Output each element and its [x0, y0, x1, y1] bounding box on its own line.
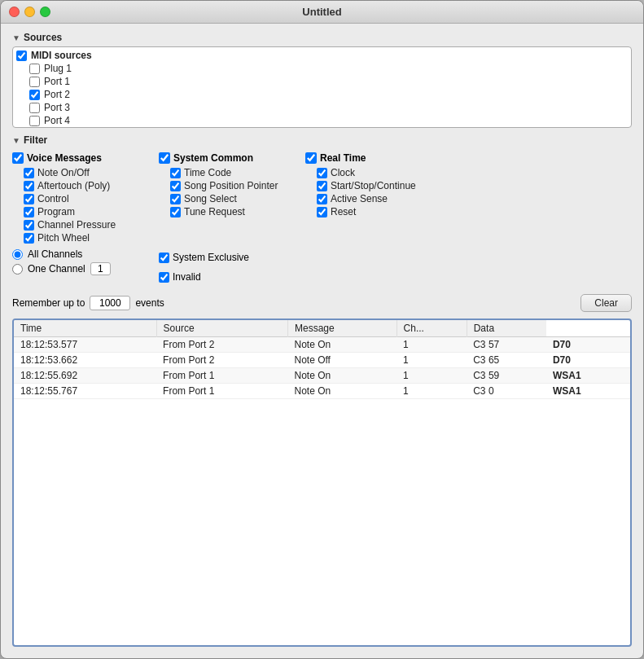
cell-3: 1 — [396, 368, 467, 384]
source-checkbox-port3[interactable] — [29, 103, 40, 113]
events-table-wrapper: Time Source Message Ch... Data 18:12:53.… — [12, 319, 632, 647]
real-time-header: Real Time — [305, 152, 468, 164]
clear-button[interactable]: Clear — [580, 294, 632, 312]
midi-sources-header: MIDI sources — [13, 49, 631, 62]
invalid-label: Invalid — [173, 271, 201, 283]
filter-active-sense: Active Sense — [305, 193, 468, 204]
source-label-port4: Port 4 — [44, 115, 70, 126]
time-code-checkbox[interactable] — [170, 168, 181, 178]
table-row: 18:12:53.577From Port 2Note On1C3 57D70 — [14, 337, 630, 353]
aftertouch-label: Aftertouch (Poly) — [37, 180, 110, 191]
filter-tune-request: Tune Request — [159, 206, 305, 217]
all-channels-label: All Channels — [28, 248, 82, 260]
tune-request-checkbox[interactable] — [170, 207, 181, 217]
midi-sources-checkbox[interactable] — [16, 51, 27, 61]
source-label-port2: Port 2 — [44, 89, 70, 100]
system-exclusive-label: System Exclusive — [173, 252, 249, 263]
window-controls — [1, 7, 50, 17]
active-sense-checkbox[interactable] — [317, 194, 327, 204]
pitch-wheel-checkbox[interactable] — [24, 233, 34, 244]
cell-0: 18:12:55.692 — [14, 368, 156, 384]
remember-row: Remember up to events Clear — [12, 294, 632, 312]
voice-messages-header: Voice Messages — [12, 152, 159, 164]
maximize-button[interactable] — [40, 7, 50, 17]
real-time-checkbox[interactable] — [305, 152, 317, 164]
cell-0: 18:12:53.662 — [14, 353, 156, 368]
sources-triangle: ▼ — [12, 33, 20, 42]
cell-0: 18:12:53.577 — [14, 337, 156, 353]
cell-2: Note Off — [287, 353, 396, 368]
table-row: 18:12:55.767From Port 1Note On1C3 0WSA1 — [14, 384, 630, 399]
song-position-label: Song Position Pointer — [184, 180, 278, 191]
aftertouch-checkbox[interactable] — [24, 181, 34, 191]
main-window: Untitled ▼ Sources MIDI sources — [0, 0, 644, 659]
cell-4: C3 57 — [467, 337, 546, 353]
channel-pressure-checkbox[interactable] — [24, 220, 34, 231]
one-channel-label: One Channel — [28, 263, 85, 275]
source-item-port4: Port 4 — [26, 114, 631, 127]
clock-checkbox[interactable] — [317, 168, 327, 178]
cell-annotation: D70 — [546, 337, 630, 353]
cell-1: From Port 1 — [156, 368, 287, 384]
filter-pitch-wheel: Pitch Wheel — [12, 232, 159, 244]
source-item-port3: Port 3 — [26, 101, 631, 114]
time-code-label: Time Code — [184, 167, 231, 178]
midi-sources-label: MIDI sources — [31, 50, 92, 61]
close-button[interactable] — [9, 7, 20, 17]
system-exclusive-row: System Exclusive — [159, 252, 305, 263]
control-checkbox[interactable] — [24, 194, 34, 204]
filter-start-stop: Start/Stop/Continue — [305, 180, 468, 191]
source-label-port1: Port 1 — [44, 76, 70, 87]
sources-list-container[interactable]: MIDI sources Plug 1 Port 1 Port 2 — [12, 46, 632, 128]
col-source: Source — [156, 320, 287, 337]
program-checkbox[interactable] — [24, 207, 34, 217]
filter-grid: Voice Messages Note On/Off Aftertouch (P… — [12, 152, 632, 283]
source-checkbox-port2[interactable] — [29, 90, 40, 100]
source-checkbox-plug1[interactable] — [29, 64, 40, 74]
source-checkbox-port4[interactable] — [29, 116, 40, 126]
cell-3: 1 — [396, 353, 467, 368]
source-label-port3: Port 3 — [44, 102, 70, 113]
remember-input[interactable] — [90, 296, 130, 310]
filter-section: ▼ Filter Voice Messages Note On/Off — [12, 134, 632, 283]
control-label: Control — [37, 193, 69, 204]
system-common-checkbox[interactable] — [159, 152, 170, 164]
start-stop-checkbox[interactable] — [317, 181, 327, 191]
cell-annotation: WSA1 — [546, 384, 630, 399]
source-item-port1: Port 1 — [26, 75, 631, 88]
active-sense-label: Active Sense — [331, 193, 388, 204]
channel-section: All Channels One Channel — [12, 248, 159, 275]
filter-song-select: Song Select — [159, 193, 305, 204]
filter-triangle: ▼ — [12, 136, 20, 145]
system-common-label: System Common — [173, 152, 253, 164]
remember-suffix: events — [135, 297, 164, 309]
voice-messages-checkbox[interactable] — [12, 152, 24, 164]
filter-time-code: Time Code — [159, 167, 305, 178]
all-channels-row: All Channels — [12, 248, 159, 260]
one-channel-input[interactable] — [90, 262, 111, 275]
source-checkbox-port1[interactable] — [29, 77, 40, 87]
one-channel-radio[interactable] — [12, 264, 23, 275]
all-channels-radio[interactable] — [12, 249, 23, 260]
source-item-plug1: Plug 1 — [26, 62, 631, 75]
filter-header: ▼ Filter — [12, 134, 632, 146]
filter-channel-pressure: Channel Pressure — [12, 219, 159, 231]
song-select-label: Song Select — [184, 193, 237, 204]
reset-checkbox[interactable] — [317, 207, 327, 217]
note-onoff-checkbox[interactable] — [24, 168, 34, 178]
system-exclusive-checkbox[interactable] — [159, 253, 169, 263]
pitch-wheel-label: Pitch Wheel — [37, 232, 90, 244]
col-time: Time — [14, 320, 156, 337]
filter-song-position: Song Position Pointer — [159, 180, 305, 191]
col-message: Message — [287, 320, 396, 337]
song-position-checkbox[interactable] — [170, 181, 181, 191]
col-channel: Ch... — [396, 320, 467, 337]
minimize-button[interactable] — [24, 7, 35, 17]
cell-annotation: WSA1 — [546, 368, 630, 384]
reset-label: Reset — [331, 206, 356, 217]
filter-note-onoff: Note On/Off — [12, 167, 159, 178]
invalid-checkbox[interactable] — [159, 272, 169, 283]
cell-3: 1 — [396, 337, 467, 353]
sources-list[interactable]: MIDI sources Plug 1 Port 1 Port 2 — [13, 47, 631, 127]
song-select-checkbox[interactable] — [170, 194, 181, 204]
